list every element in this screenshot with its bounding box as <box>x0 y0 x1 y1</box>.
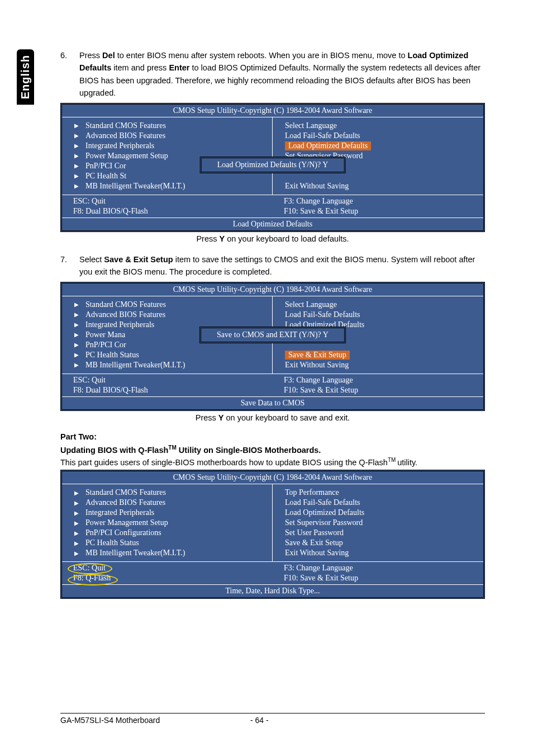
triangle-icon: ▶ <box>74 301 80 308</box>
key-y: Y <box>218 413 224 422</box>
menu-item: PnP/PCI Cor <box>85 341 126 349</box>
triangle-icon: ▶ <box>74 530 80 536</box>
bios-title: CMOS Setup Utility-Copyright (C) 1984-20… <box>62 284 483 296</box>
menu-item: Standard CMOS Features <box>85 488 166 497</box>
triangle-icon: ▶ <box>74 362 80 368</box>
bios-dialog: Load Optimized Defaults (Y/N)? Y <box>200 157 346 173</box>
key-hint: F3: Change Language <box>284 375 472 385</box>
text: Updating BIOS with Q-Flash <box>60 446 168 455</box>
triangle-icon: ▶ <box>74 163 80 169</box>
language-tab: English <box>17 49 34 105</box>
menu-item: PC Health St <box>85 172 126 181</box>
key-hint: ESC: Quit <box>73 196 261 206</box>
key-hint: F3: Change Language <box>284 563 472 573</box>
triangle-icon: ▶ <box>74 342 80 348</box>
triangle-icon: ▶ <box>74 500 80 506</box>
menu-item: Power Management Setup <box>85 518 168 527</box>
menu-item: Exit Without Saving <box>285 181 478 191</box>
text: on your keyboard to save and exit. <box>224 413 350 422</box>
footer-page-number: - 64 - <box>250 716 295 725</box>
bios-title: CMOS Setup Utility-Copyright (C) 1984-20… <box>62 105 483 117</box>
menu-item: Load Fail-Safe Defaults <box>285 131 478 141</box>
menu-item: Standard CMOS Features <box>85 300 166 309</box>
text: Press <box>196 234 219 243</box>
part-two-intro: This part guides users of single-BIOS mo… <box>60 457 485 467</box>
triangle-icon: ▶ <box>74 332 80 338</box>
step-number: 6. <box>60 49 79 100</box>
page-content: 6. Press Del to enter BIOS menu after sy… <box>60 49 485 601</box>
menu-item: PC Health Status <box>85 351 139 360</box>
key-hint: F3: Change Language <box>284 196 472 206</box>
menu-item: Select Language <box>285 300 478 310</box>
text: to enter BIOS menu after system reboots.… <box>115 51 408 60</box>
bios-status-bar: Time, Date, Hard Disk Type... <box>62 584 483 597</box>
bios-status-bar: Load Optimized Defaults <box>62 218 483 230</box>
menu-item: Load Fail-Safe Defaults <box>285 310 478 320</box>
bios-footer-keys: ESC: Quit F8: Dual BIOS/Q-Flash F3: Chan… <box>62 195 483 218</box>
step-number: 7. <box>60 253 79 278</box>
menu-item: Power Mana <box>85 330 125 339</box>
key-hint: F8: Dual BIOS/Q-Flash <box>73 206 261 216</box>
menu-item: Advanced BIOS Features <box>85 498 165 507</box>
text: Utility on Single-BIOS Motherboards. <box>177 446 321 455</box>
bios-screenshot-1: CMOS Setup Utility-Copyright (C) 1984-20… <box>60 103 485 232</box>
menu-item: Integrated Peripherals <box>85 320 154 329</box>
menu-item: MB Intelligent Tweaker(M.I.T.) <box>85 182 185 191</box>
text: Press <box>79 51 102 60</box>
menu-item: Power Management Setup <box>85 152 168 160</box>
menu-item: Advanced BIOS Features <box>85 310 165 319</box>
step-6: 6. Press Del to enter BIOS menu after sy… <box>60 49 485 100</box>
menu-item: Exit Without Saving <box>285 548 478 558</box>
menu-item: PnP/PCI Cor <box>85 162 126 171</box>
menu-item: Integrated Peripherals <box>85 508 154 517</box>
menu-item: Load Optimized Defaults <box>285 508 478 518</box>
triangle-icon: ▶ <box>74 520 80 526</box>
trademark: TM <box>388 457 397 463</box>
bios-footer-keys: ESC: Quit F8: Q-Flash F3: Change Languag… <box>62 561 483 584</box>
menu-item: PC Health Status <box>85 538 139 547</box>
key-hint: F10: Save & Exit Setup <box>284 385 472 395</box>
step-7: 7. Select Save & Exit Setup item to save… <box>60 253 485 278</box>
triangle-icon: ▶ <box>74 133 80 139</box>
menu-item: Top Performance <box>285 488 478 498</box>
triangle-icon: ▶ <box>74 490 80 496</box>
text: on your keyboard to load defaults. <box>225 234 349 243</box>
bios-footer-keys: ESC: Quit F8: Dual BIOS/Q-Flash F3: Chan… <box>62 374 483 396</box>
key-del: Del <box>102 51 115 60</box>
caption-1: Press Y on your keyboard to load default… <box>60 234 485 243</box>
bios-status-bar: Save Data to CMOS <box>62 396 483 409</box>
key-hint: F10: Save & Exit Setup <box>284 573 472 583</box>
trademark: TM <box>168 445 176 451</box>
menu-item: Set Supervisor Password <box>285 518 478 528</box>
key-y: Y <box>219 234 225 243</box>
menu-item: MB Intelligent Tweaker(M.I.T.) <box>85 549 185 557</box>
text: Select <box>79 255 104 264</box>
page-footer: GA-M57SLI-S4 Motherboard - 64 - <box>60 713 485 725</box>
text: This part guides users of single-BIOS mo… <box>60 457 388 466</box>
key-hint: ESC: Quit <box>73 375 261 385</box>
menu-item: Advanced BIOS Features <box>85 131 165 140</box>
menu-item: MB Intelligent Tweaker(M.I.T.) <box>85 361 185 370</box>
part-two-heading: Part Two: <box>60 432 485 441</box>
bios-left-column: ▶Standard CMOS Features ▶Advanced BIOS F… <box>62 117 273 195</box>
menu-item: Integrated Peripherals <box>85 141 154 150</box>
menu-item: Exit Without Saving <box>285 360 478 370</box>
menu-item: PnP/PCI Configurations <box>85 528 161 537</box>
item-save-exit: Save & Exit Setup <box>104 255 173 264</box>
menu-item: Load Fail-Safe Defaults <box>285 498 478 508</box>
key-enter: Enter <box>169 63 189 72</box>
menu-item: Standard CMOS Features <box>85 121 166 130</box>
menu-item-highlighted: Save & Exit Setup <box>285 351 350 360</box>
text: item and press <box>111 63 169 72</box>
bios-right-column: Top Performance Load Fail-Safe Defaults … <box>273 484 483 561</box>
key-hint: F8: Dual BIOS/Q-Flash <box>73 385 261 395</box>
menu-item: Set User Password <box>285 528 478 538</box>
footer-model: GA-M57SLI-S4 Motherboard <box>60 716 250 725</box>
menu-item-highlighted: Load Optimized Defaults <box>285 141 371 150</box>
part-two-subheading: Updating BIOS with Q-FlashTM Utility on … <box>60 445 485 455</box>
triangle-icon: ▶ <box>74 143 80 149</box>
text: utility. <box>397 457 417 466</box>
triangle-icon: ▶ <box>74 550 80 556</box>
bios-left-column: ▶Standard CMOS Features ▶Advanced BIOS F… <box>62 484 273 561</box>
bios-right-column: Select Language Load Fail-Safe Defaults … <box>273 117 483 195</box>
